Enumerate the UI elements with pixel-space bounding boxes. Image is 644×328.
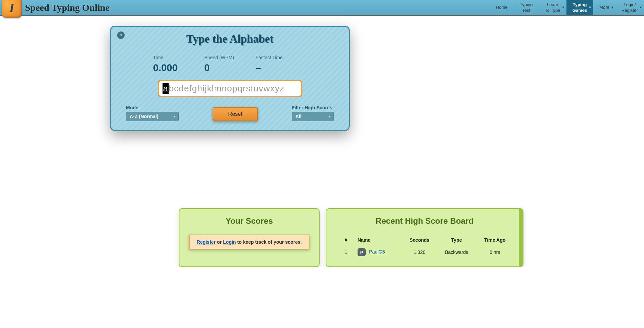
col-type: Type (437, 235, 476, 245)
or-text: or (216, 239, 223, 245)
highscores-title: Recent High Score Board (336, 216, 513, 226)
table-header-row: # Name Seconds Type Time Ago (336, 235, 513, 245)
controls-row: Mode: A-Z (Normal) ▼ Reset Filter High S… (119, 105, 341, 121)
stat-speed-label: Speed (WPM) (204, 55, 255, 60)
nav-label: Login/ (624, 2, 636, 8)
col-seconds: Seconds (402, 235, 437, 245)
nav-label: Typing (573, 2, 587, 8)
panels-row: Your Scores Register or Login to keep tr… (121, 208, 523, 267)
col-name: Name (356, 235, 402, 245)
nav-sublabel: Games (573, 8, 587, 14)
nav-sublabel: Test (522, 8, 530, 14)
filter-label: Filter High Scores: (292, 105, 334, 110)
prompt-after: to keep track of your scores. (236, 239, 302, 245)
rest-letters: bcdefghijklmnopqrstuvwxyz (169, 83, 284, 94)
mode-selected: A-Z (Normal) (130, 114, 158, 119)
nav-label: More (599, 5, 609, 10)
nav-login-register[interactable]: Login/ Register ▼ (616, 0, 644, 15)
cell-name: PPaulG5 (356, 245, 402, 259)
filter-dropdown[interactable]: All ▼ (292, 112, 334, 121)
col-rank: # (336, 235, 356, 245)
your-scores-title: Your Scores (189, 216, 309, 226)
stat-time-value: 0.000 (153, 62, 204, 73)
game-panel: ? Type the Alphabet Time 0.000 Speed (WP… (110, 26, 350, 131)
nav-sublabel: Register (622, 8, 638, 14)
help-icon[interactable]: ? (117, 31, 125, 39)
nav-typing-games[interactable]: Typing Games ▼ (566, 0, 593, 15)
typing-input[interactable]: abcdefghijklmnopqrstuvwxyz (158, 80, 302, 97)
chevron-down-icon: ▼ (611, 6, 614, 10)
nav-label: Learn (547, 2, 558, 8)
content: ? Type the Alphabet Time 0.000 Speed (WP… (0, 16, 644, 267)
login-link[interactable]: Login (223, 239, 236, 245)
nav-home[interactable]: Home (490, 0, 514, 15)
stat-time: Time 0.000 (153, 55, 204, 73)
cell-type: Backwards (437, 245, 476, 259)
header: I Speed Typing Online Home Typing Test L… (0, 0, 644, 16)
highscores-table: # Name Seconds Type Time Ago 1 PPaulG5 1… (336, 235, 513, 259)
stats-row: Time 0.000 Speed (WPM) 0 Fastest Time – (119, 55, 341, 73)
mode-label: Mode: (126, 105, 179, 110)
mode-group: Mode: A-Z (Normal) ▼ (126, 105, 179, 121)
stat-speed-value: 0 (204, 62, 255, 73)
stat-fastest: Fastest Time – (256, 55, 307, 73)
cell-time-ago: 6 hrs (476, 245, 513, 259)
typing-field: abcdefghijklmnopqrstuvwxyz (163, 83, 298, 94)
cell-rank: 1 (336, 245, 356, 259)
stat-fastest-label: Fastest Time (256, 55, 307, 60)
player-link[interactable]: PaulG5 (369, 249, 385, 255)
mode-dropdown[interactable]: A-Z (Normal) ▼ (126, 112, 179, 121)
nav-learn-to-type[interactable]: Learn To Type ▼ (539, 0, 566, 15)
stat-speed: Speed (WPM) 0 (204, 55, 255, 73)
chevron-down-icon: ▼ (173, 115, 176, 118)
chevron-down-icon: ▼ (562, 6, 565, 10)
highscores-panel: Recent High Score Board # Name Seconds T… (326, 208, 523, 267)
nav-label: Typing (520, 2, 533, 8)
avatar: P (358, 248, 366, 256)
nav-typing-test[interactable]: Typing Test (514, 0, 539, 15)
logo-wrap: I Speed Typing Online (0, 0, 110, 18)
chevron-down-icon: ▼ (328, 115, 331, 118)
main-nav: Home Typing Test Learn To Type ▼ Typing … (490, 0, 644, 15)
chevron-down-icon: ▼ (639, 6, 642, 10)
cell-seconds: 1.320 (402, 245, 437, 259)
your-scores-panel: Your Scores Register or Login to keep tr… (179, 208, 320, 267)
nav-label: Home (496, 5, 508, 10)
col-time-ago: Time Ago (476, 235, 513, 245)
reset-button[interactable]: Reset (213, 107, 258, 121)
filter-group: Filter High Scores: All ▼ (292, 105, 334, 121)
nav-sublabel: To Type (545, 8, 560, 14)
nav-more[interactable]: More ▼ (593, 0, 616, 15)
login-prompt: Register or Login to keep track of your … (189, 235, 309, 249)
chevron-down-icon: ▼ (588, 6, 592, 10)
site-title[interactable]: Speed Typing Online (25, 2, 110, 13)
game-title: Type the Alphabet (119, 33, 341, 45)
register-link[interactable]: Register (197, 239, 216, 245)
stat-time-label: Time (153, 55, 204, 60)
logo-icon[interactable]: I (2, 0, 22, 18)
table-row: 1 PPaulG5 1.320 Backwards 6 hrs (336, 245, 513, 259)
current-letter: a (163, 83, 169, 94)
filter-selected: All (296, 114, 302, 119)
stat-fastest-value: – (256, 62, 307, 73)
